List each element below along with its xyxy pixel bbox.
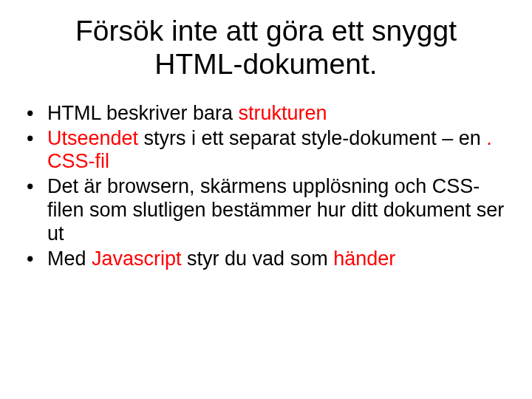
highlight-text: händer — [333, 248, 395, 270]
list-item: HTML beskriver bara strukturen — [22, 102, 510, 126]
text: Det är browsern, skärmens upplösning och… — [47, 175, 504, 245]
text: Med — [47, 248, 92, 270]
bullet-list: HTML beskriver bara strukturen Utseendet… — [22, 102, 510, 271]
text: HTML beskriver bara — [47, 102, 239, 124]
highlight-text: Javascript — [92, 248, 182, 270]
slide: Försök inte att göra ett snyggt HTML-dok… — [0, 0, 532, 399]
list-item: Det är browsern, skärmens upplösning och… — [22, 175, 510, 246]
slide-title: Försök inte att göra ett snyggt HTML-dok… — [52, 15, 480, 81]
list-item: Utseendet styrs i ett separat style-doku… — [22, 127, 510, 174]
highlight-text: strukturen — [239, 102, 327, 124]
list-item: Med Javascript styr du vad som händer — [22, 248, 510, 271]
text: styr du vad som — [182, 248, 334, 270]
highlight-text: Utseendet — [47, 127, 138, 149]
text: styrs i ett separat style-dokument – en — [138, 127, 486, 149]
